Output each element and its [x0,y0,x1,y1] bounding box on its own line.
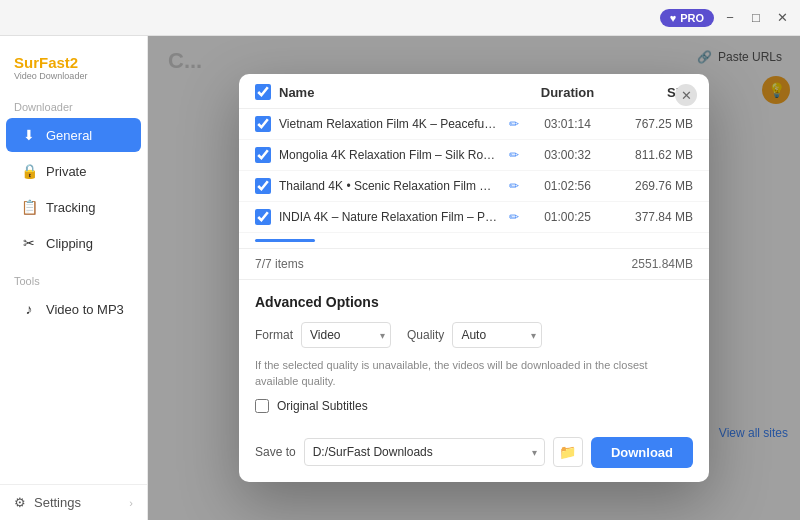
file-size-4: 377.84 MB [613,210,693,224]
sidebar-item-private[interactable]: 🔒 Private [6,154,141,188]
file-name-3: Thailand 4K • Scenic Relaxation Film wit… [279,179,498,193]
quality-select[interactable]: Auto 1080p 720p 480p [452,322,542,348]
downloader-section-label: Downloader [0,97,147,117]
path-select[interactable]: D:/SurFast Downloads [304,438,545,466]
save-row: Save to D:/SurFast Downloads 📁 Download [239,437,709,482]
file-checkbox-4[interactable] [255,209,271,225]
file-duration-1: 03:01:14 [530,117,605,131]
file-size-3: 269.76 MB [613,179,693,193]
subtitle-label: Original Subtitles [277,399,368,413]
settings-gear-icon: ⚙ [14,495,26,510]
loading-bar [255,239,315,242]
modal-close-button[interactable]: ✕ [675,84,697,106]
table-header: Name Duration Size [239,74,709,109]
file-checkbox-2[interactable] [255,147,271,163]
tools-section-label: Tools [0,271,147,291]
lock-icon: 🔒 [20,162,38,180]
file-duration-2: 03:00:32 [530,148,605,162]
file-name-4: INDIA 4K – Nature Relaxation Film – Peac… [279,210,498,224]
quality-label: Quality [407,328,444,342]
settings-arrow-icon: › [129,497,133,509]
save-to-label: Save to [255,445,296,459]
title-bar: ♥ PRO − □ ✕ [0,0,800,36]
window-close-button[interactable]: ✕ [772,8,792,28]
table-row: Vietnam Relaxation Film 4K – Peaceful Re… [239,109,709,140]
table-row: INDIA 4K – Nature Relaxation Film – Peac… [239,202,709,233]
sidebar: SurFast2 Video Downloader Downloader ⬇ G… [0,36,148,520]
quality-hint: If the selected quality is unavailable, … [255,358,693,389]
edit-icon-3[interactable]: ✏ [506,178,522,194]
summary-row: 7/7 items 2551.84MB [239,248,709,279]
folder-browse-button[interactable]: 📁 [553,437,583,467]
format-label: Format [255,328,293,342]
file-name-1: Vietnam Relaxation Film 4K – Peaceful Re… [279,117,498,131]
pro-badge[interactable]: ♥ PRO [660,9,714,27]
maximize-button[interactable]: □ [746,8,766,28]
minimize-button[interactable]: − [720,8,740,28]
file-size-1: 767.25 MB [613,117,693,131]
file-duration-3: 01:02:56 [530,179,605,193]
select-all-checkbox[interactable] [255,84,271,100]
loading-row [239,233,709,248]
content-area: C... 🔗 Paste URLs 💡 View all sites ✕ Nam… [148,36,800,520]
edit-icon-1[interactable]: ✏ [506,116,522,132]
music-icon: ♪ [20,300,38,318]
clipping-icon: ✂ [20,234,38,252]
path-select-wrapper: D:/SurFast Downloads [304,438,545,466]
app-logo: SurFast2 Video Downloader [0,44,147,97]
file-name-2: Mongolia 4K Relaxation Film – Silk Road … [279,148,498,162]
advanced-options-title: Advanced Options [255,294,693,310]
col-duration-header: Duration [530,85,605,100]
table-row: Thailand 4K • Scenic Relaxation Film wit… [239,171,709,202]
file-duration-4: 01:00:25 [530,210,605,224]
col-name-header: Name [279,85,522,100]
format-select-wrapper: Video Audio [301,322,391,348]
tracking-icon: 📋 [20,198,38,216]
download-icon: ⬇ [20,126,38,144]
quality-option-group: Quality Auto 1080p 720p 480p [407,322,542,348]
summary-size: 2551.84MB [632,257,693,271]
file-checkbox-3[interactable] [255,178,271,194]
sidebar-item-video-to-mp3[interactable]: ♪ Video to MP3 [6,292,141,326]
sidebar-item-clipping[interactable]: ✂ Clipping [6,226,141,260]
subtitle-row: Original Subtitles [255,399,693,413]
quality-select-wrapper: Auto 1080p 720p 480p [452,322,542,348]
table-row: Mongolia 4K Relaxation Film – Silk Road … [239,140,709,171]
format-option-group: Format Video Audio [255,322,391,348]
options-row: Format Video Audio Quality [255,322,693,348]
format-select[interactable]: Video Audio [301,322,391,348]
file-size-2: 811.62 MB [613,148,693,162]
summary-items: 7/7 items [255,257,304,271]
settings-item[interactable]: ⚙ Settings › [0,484,147,520]
modal-overlay: ✕ Name Duration Size Vietnam Relaxation … [148,36,800,520]
sidebar-item-general[interactable]: ⬇ General [6,118,141,152]
file-checkbox-1[interactable] [255,116,271,132]
logo-title: SurFast2 [14,54,133,71]
subtitle-checkbox[interactable] [255,399,269,413]
sidebar-item-tracking[interactable]: 📋 Tracking [6,190,141,224]
advanced-options: Advanced Options Format Video Audio [239,279,709,437]
download-button[interactable]: Download [591,437,693,468]
edit-icon-4[interactable]: ✏ [506,209,522,225]
download-modal: ✕ Name Duration Size Vietnam Relaxation … [239,74,709,482]
edit-icon-2[interactable]: ✏ [506,147,522,163]
heart-icon: ♥ [670,12,677,24]
file-rows: Vietnam Relaxation Film 4K – Peaceful Re… [239,109,709,248]
